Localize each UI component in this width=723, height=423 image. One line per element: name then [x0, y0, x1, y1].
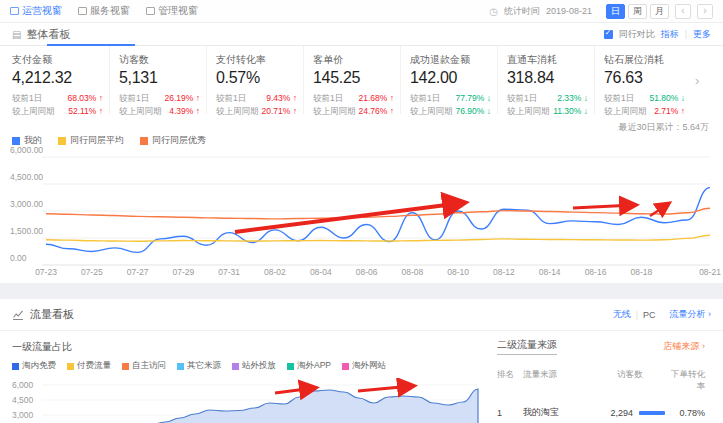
kpi-delta-row: 较上周同期 52.11% ↑: [12, 105, 103, 118]
shop-source-link[interactable]: 店铺来源 ›: [664, 340, 706, 353]
more-kpis-chevron-icon[interactable]: ›: [695, 73, 699, 88]
axis-tick-label: 07-31: [214, 267, 244, 277]
table-body: 1 我的淘宝 2,294 0.78% 2 手淘首页 2,009 0.05%: [497, 406, 705, 423]
kpi-delta-value: 4.39% ↑: [169, 105, 200, 118]
compare-checkbox[interactable]: [604, 30, 613, 39]
legend-label: 同行同层优秀: [152, 134, 206, 147]
window-icon: [146, 7, 155, 15]
cell-source: 我的淘宝: [523, 406, 589, 419]
divider: |: [685, 29, 687, 39]
chart-icon: [12, 309, 24, 321]
axis-tick-label: 08-18: [626, 267, 656, 277]
legend-swatch: [122, 363, 129, 370]
kpi-delta-value: 11.30% ↓: [553, 105, 588, 118]
legend-label: 淘外网站: [352, 360, 386, 372]
axis-tick-label: 1,500.00: [10, 226, 43, 236]
cell-conversion: 0.78%: [673, 408, 705, 418]
trend-chart[interactable]: 0.001,500.003,000.004,500.006,000.0007-2…: [8, 150, 715, 280]
legend-label: 站外投放: [242, 360, 276, 372]
kpi-cards: 支付金额 4,212.32 较前1日 68.03% ↑ 较上周同期 52.11%…: [12, 46, 691, 114]
page-title: 整体看板: [26, 27, 70, 42]
kpi-deltas: 较前1日 77.79% ↓ 较上周同期 76.90% ↓: [410, 92, 491, 118]
kpi-delta-row: 较上周同期 20.71% ↑: [216, 105, 297, 118]
period-button[interactable]: 月: [650, 4, 669, 19]
legend-item[interactable]: 站外投放: [232, 360, 276, 372]
axis-tick-label: 3,000: [12, 410, 33, 420]
legend-item[interactable]: 其它来源: [177, 360, 221, 372]
kpi-delta-row: 较上周同期 4.39% ↑: [119, 105, 200, 118]
kpi-delta-value: 52.11% ↑: [68, 105, 103, 118]
device-tab-wireless[interactable]: 无线: [613, 308, 631, 321]
kpi-value: 318.84: [507, 69, 588, 87]
period-button[interactable]: 日: [606, 4, 625, 19]
topnav-tab[interactable]: 服务视窗: [78, 4, 130, 18]
kpi-card[interactable]: 客单价 145.25 较前1日 21.68% ↑ 较上周同期 24.76% ↑: [303, 46, 400, 114]
legend-item[interactable]: 淘外APP: [287, 360, 331, 372]
traffic-share-title: 一级流量占比: [12, 340, 72, 354]
stat-date-value[interactable]: 2019-08-21: [546, 6, 592, 16]
divider: |: [636, 310, 638, 320]
kpi-delta-value: 9.43% ↑: [266, 92, 297, 105]
legend-label: 自主访问: [132, 360, 166, 372]
legend-item[interactable]: 淘外网站: [342, 360, 386, 372]
window-icon: [10, 7, 19, 15]
topnav-tab[interactable]: 管理视窗: [146, 4, 198, 18]
kpi-delta-value: 24.76% ↑: [359, 105, 394, 118]
kpi-title: 访客数: [119, 53, 200, 67]
compare-label: 同行对比: [619, 28, 655, 41]
axis-tick-label: 08-02: [260, 267, 290, 277]
axis-tick-label: 07-27: [123, 267, 153, 277]
kpi-delta-label: 较前1日: [604, 92, 634, 105]
top-nav-bar: 运营视窗 服务视窗 管理视窗 ◷ 统计时间 2019-08-21 日周月 ‹ ›: [0, 0, 723, 23]
kpi-card[interactable]: 访客数 5,131 较前1日 26.19% ↑ 较上周同期 4.39% ↑: [109, 46, 206, 114]
prev-day-button[interactable]: ‹: [675, 4, 691, 19]
traffic-legend: 淘内免费 付费流量 自主访问 其它来源 站外投放 淘外APP 淘外网站: [12, 360, 386, 372]
legend-swatch: [67, 363, 74, 370]
next-day-button[interactable]: ›: [697, 4, 713, 19]
board-header: ▤ 整体看板 同行对比 指标 | 更多: [0, 23, 723, 46]
summary-30d: 最近30日累计：5.64万: [618, 121, 709, 134]
kpi-value: 0.57%: [216, 69, 297, 87]
legend-item[interactable]: 同行同层平均: [58, 134, 124, 147]
kpi-card[interactable]: 直通车消耗 318.84 较前1日 2.33% ↓ 较上周同期 11.30% ↓: [497, 46, 594, 114]
traffic-source-title: 二级流量来源: [497, 338, 557, 355]
metric-link[interactable]: 指标: [661, 28, 679, 41]
axis-tick-label: 08-04: [306, 267, 336, 277]
kpi-delta-label: 较上周同期: [604, 105, 647, 118]
legend-swatch: [12, 363, 19, 370]
board-tools: 同行对比 指标 | 更多: [604, 28, 711, 41]
axis-tick-label: 0.00: [10, 253, 27, 263]
kpi-card[interactable]: 成功退款金额 142.00 较前1日 77.79% ↓ 较上周同期 76.90%…: [400, 46, 497, 114]
kpi-card[interactable]: 支付金额 4,212.32 较前1日 68.03% ↑ 较上周同期 52.11%…: [12, 46, 109, 114]
tab-label: 管理视窗: [158, 4, 198, 18]
visitors-bar: [639, 411, 665, 415]
axis-tick-label: 08-21: [695, 267, 723, 277]
kpi-title: 支付金额: [12, 53, 103, 67]
legend-item[interactable]: 自主访问: [122, 360, 166, 372]
axis-tick-label: 4,500.00: [10, 172, 43, 182]
kpi-delta-row: 较上周同期 2.71% ↑: [604, 105, 685, 118]
legend-swatch: [287, 363, 294, 370]
kpi-deltas: 较前1日 9.43% ↑ 较上周同期 20.71% ↑: [216, 92, 297, 118]
legend-swatch: [232, 363, 239, 370]
more-link[interactable]: 更多: [693, 28, 711, 41]
summary-value: 5.64万: [682, 122, 709, 132]
tab-label: 服务视窗: [90, 4, 130, 18]
col-rank: 排名: [497, 369, 523, 393]
kpi-value: 5,131: [119, 69, 200, 87]
legend-item[interactable]: 付费流量: [67, 360, 111, 372]
device-toggle: 无线 | PC: [613, 308, 656, 321]
device-tab-pc[interactable]: PC: [643, 310, 656, 320]
traffic-analysis-link[interactable]: 流量分析 ›: [670, 308, 712, 321]
table-row[interactable]: 1 我的淘宝 2,294 0.78%: [497, 406, 705, 419]
traffic-source-table: 二级流量来源 店铺来源 › 排名 流量来源 访客数 下单转化率 1 我的淘宝 2…: [489, 332, 715, 423]
legend-item[interactable]: 淘内免费: [12, 360, 56, 372]
section-divider: [0, 283, 723, 299]
period-button[interactable]: 周: [628, 4, 647, 19]
kpi-card[interactable]: 支付转化率 0.57% 较前1日 9.43% ↑ 较上周同期 20.71% ↑: [206, 46, 303, 114]
axis-tick-label: 6,000: [12, 380, 33, 390]
topnav-tab[interactable]: 运营视窗: [10, 4, 62, 18]
legend-item[interactable]: 同行同层优秀: [140, 134, 206, 147]
kpi-card[interactable]: 钻石展位消耗 76.63 较前1日 51.80% ↓ 较上周同期 2.71% ↑: [594, 46, 691, 114]
traffic-area-chart[interactable]: 6,0004,5003,000: [8, 378, 486, 423]
